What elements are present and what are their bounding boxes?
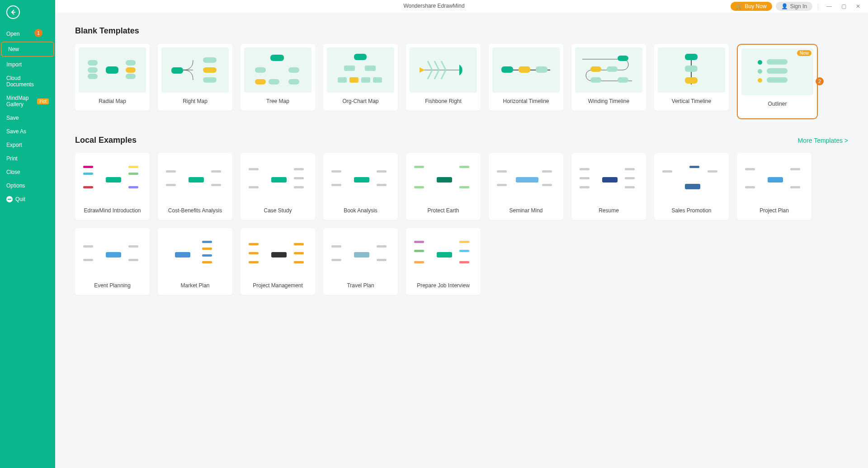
example-label: Travel Plan <box>347 282 374 289</box>
example-label: Market Plan <box>180 282 209 289</box>
minimize-button[interactable]: — <box>824 2 835 11</box>
sidebar-items: Open New Import Cloud Documents MindMap … <box>0 27 55 206</box>
example-cost-benefits-analysis[interactable]: Cost-Benefits Analysis <box>158 153 232 220</box>
arrow-left-icon <box>10 9 16 15</box>
sidebar-item-label: MindMap Gallery <box>6 95 34 108</box>
sidebar-item-options[interactable]: Options <box>0 179 55 192</box>
example-market-plan[interactable]: Market Plan <box>158 228 232 295</box>
template-thumb <box>79 47 146 93</box>
example-label: Book Analysis <box>344 207 377 214</box>
template-label: Org-Chart Map <box>342 98 378 104</box>
example-book-analysis[interactable]: Book Analysis <box>323 153 398 220</box>
example-label: Case Study <box>264 207 292 214</box>
user-icon: 👤 <box>781 3 788 9</box>
template-thumb <box>244 47 311 93</box>
sidebar-item-quit[interactable]: Quit <box>0 192 55 206</box>
sign-in-button[interactable]: 👤 Sign In <box>776 2 812 11</box>
example-thumb <box>575 157 642 202</box>
example-thumb <box>410 232 477 277</box>
sidebar-item-new[interactable]: New <box>1 42 54 57</box>
example-thumb <box>244 157 311 202</box>
local-examples-title: Local Examples <box>75 136 137 145</box>
step-1-badge: 1 <box>34 29 42 37</box>
example-label: Protect Earth <box>427 207 459 214</box>
example-thumb <box>244 232 311 277</box>
example-travel-plan[interactable]: Travel Plan <box>323 228 398 295</box>
template-thumb: New <box>741 48 813 95</box>
template-thumb <box>327 47 394 93</box>
example-seminar-mind[interactable]: Seminar Mind <box>489 153 563 220</box>
sidebar-item-label: New <box>8 46 19 52</box>
sidebar-item-save-as[interactable]: Save As <box>0 125 55 138</box>
titlebar-right-group: 🛒 Buy Now 👤 Sign In — ▢ ✕ <box>731 2 863 11</box>
example-thumb <box>741 157 808 202</box>
maximize-button[interactable]: ▢ <box>838 2 849 11</box>
sidebar-item-export[interactable]: Export <box>0 138 55 152</box>
example-thumb <box>327 232 394 277</box>
template-label: Radial Map <box>99 98 126 104</box>
template-tree-map[interactable]: Tree Map <box>241 44 315 111</box>
hot-badge: Hot <box>37 98 49 104</box>
more-templates-link[interactable]: More Templates > <box>798 137 848 144</box>
template-label: Horizontal Timeline <box>503 98 549 104</box>
sidebar-item-open[interactable]: Open <box>0 27 55 41</box>
blank-templates-grid: Radial Map Right Map Tree Map <box>75 44 848 119</box>
template-thumb <box>161 47 229 93</box>
template-outliner[interactable]: New Outliner <box>737 44 818 119</box>
template-thumb <box>575 47 642 93</box>
sidebar-item-close[interactable]: Close <box>0 165 55 179</box>
sidebar-item-label: Save <box>6 115 19 121</box>
example-thumb <box>492 157 560 202</box>
buy-now-button[interactable]: 🛒 Buy Now <box>731 2 772 11</box>
example-prepare-job-interview[interactable]: Prepare Job Interview <box>406 228 481 295</box>
sidebar-item-label: Save As <box>6 128 26 135</box>
template-vertical-timeline[interactable]: Vertical Timeline <box>654 44 729 111</box>
example-protect-earth[interactable]: Protect Earth <box>406 153 481 220</box>
svg-marker-0 <box>420 67 425 73</box>
template-label: Tree Map <box>266 98 289 104</box>
example-event-planning[interactable]: Event Planning <box>75 228 150 295</box>
example-resume[interactable]: Resume <box>571 153 646 220</box>
template-label: Fishbone Right <box>425 98 462 104</box>
sidebar-item-save[interactable]: Save <box>0 111 55 125</box>
template-horizontal-timeline[interactable]: Horizontal Timeline <box>489 44 563 111</box>
back-button[interactable] <box>6 5 20 19</box>
template-label: Outliner <box>768 101 787 107</box>
sidebar-item-cloud-documents[interactable]: Cloud Documents <box>0 71 55 91</box>
sidebar-item-print[interactable]: Print <box>0 152 55 165</box>
template-label: Vertical Timeline <box>672 98 711 104</box>
example-thumb <box>79 157 146 202</box>
sidebar-item-import[interactable]: Import <box>0 58 55 71</box>
sidebar-item-mindmap-gallery[interactable]: MindMap GalleryHot <box>0 91 55 111</box>
template-fishbone-right[interactable]: Fishbone Right <box>406 44 481 111</box>
example-thumb <box>161 157 229 202</box>
example-label: EdrawMind Introduction <box>84 207 141 214</box>
template-label: Right Map <box>183 98 208 104</box>
example-edrawmind-introduction[interactable]: EdrawMind Introduction <box>75 153 150 220</box>
example-label: Project Management <box>253 282 303 289</box>
quit-icon <box>6 196 13 202</box>
template-radial-map[interactable]: Radial Map <box>75 44 150 111</box>
example-label: Prepare Job Interview <box>417 282 470 289</box>
sidebar-item-label: Quit <box>15 196 25 202</box>
template-winding-timeline[interactable]: Winding Timeline <box>571 44 646 111</box>
example-thumb <box>79 232 146 277</box>
template-right-map[interactable]: Right Map <box>158 44 232 111</box>
template-thumb <box>658 47 725 93</box>
sidebar-item-label: Open <box>6 31 19 37</box>
template-org-chart-map[interactable]: Org-Chart Map <box>323 44 398 111</box>
example-thumb <box>658 157 725 202</box>
buy-now-label: Buy Now <box>745 3 767 9</box>
template-thumb <box>492 47 560 93</box>
titlebar: Wondershare EdrawMind 🛒 Buy Now 👤 Sign I… <box>0 0 868 13</box>
sidebar-item-label: Cloud Documents <box>6 75 49 88</box>
example-sales-promotion[interactable]: Sales Promotion <box>654 153 729 220</box>
close-button[interactable]: ✕ <box>853 2 863 11</box>
example-case-study[interactable]: Case Study <box>241 153 315 220</box>
example-label: Cost-Benefits Analysis <box>168 207 222 214</box>
example-project-plan[interactable]: Project Plan <box>737 153 811 220</box>
step-2-badge: 2 <box>816 77 824 85</box>
example-project-management[interactable]: Project Management <box>241 228 315 295</box>
example-label: Seminar Mind <box>509 207 542 214</box>
cart-icon: 🛒 <box>736 3 743 9</box>
